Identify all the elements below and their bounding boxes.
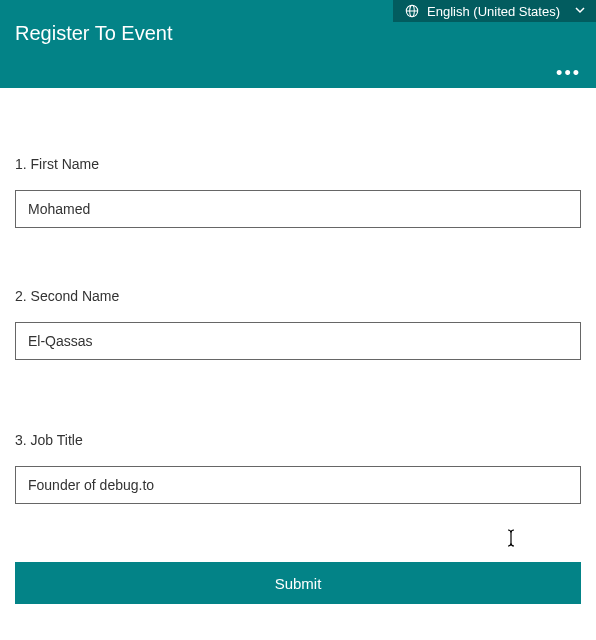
field-first-name: 1. First Name [15, 156, 581, 228]
page-title: Register To Event [15, 22, 173, 45]
field-label: 1. First Name [15, 156, 581, 172]
globe-icon [405, 4, 419, 18]
more-options-button[interactable]: ••• [556, 64, 581, 82]
field-label: 2. Second Name [15, 288, 581, 304]
field-second-name: 2. Second Name [15, 288, 581, 360]
chevron-down-icon [574, 4, 586, 19]
second-name-input[interactable] [15, 322, 581, 360]
submit-button[interactable]: Submit [15, 562, 581, 604]
form-header: English (United States) Register To Even… [0, 0, 596, 88]
ellipsis-icon: ••• [556, 63, 581, 83]
job-title-input[interactable] [15, 466, 581, 504]
text-cursor-icon [503, 528, 519, 548]
field-label: 3. Job Title [15, 432, 581, 448]
field-job-title: 3. Job Title [15, 432, 581, 504]
submit-area: Submit [0, 562, 596, 604]
language-label: English (United States) [427, 4, 560, 19]
first-name-input[interactable] [15, 190, 581, 228]
form-body: 1. First Name 2. Second Name 3. Job Titl… [0, 88, 596, 504]
language-selector[interactable]: English (United States) [393, 0, 596, 22]
